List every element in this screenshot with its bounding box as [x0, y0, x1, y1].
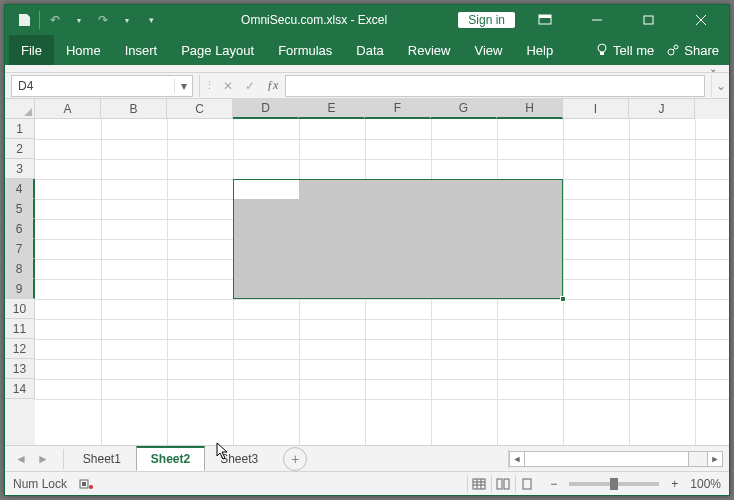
sheet-tab-sheet3[interactable]: Sheet3	[205, 447, 273, 471]
horizontal-scrollbar[interactable]: ◄ ►	[509, 451, 729, 467]
zoom-level[interactable]: 100%	[684, 477, 721, 491]
col-header-c[interactable]: C	[167, 99, 233, 119]
row-header-2[interactable]: 2	[5, 139, 35, 159]
col-header-b[interactable]: B	[101, 99, 167, 119]
tab-file[interactable]: File	[9, 35, 54, 65]
fx-icon[interactable]: ƒx	[261, 78, 285, 93]
row-header-3[interactable]: 3	[5, 159, 35, 179]
svg-rect-7	[600, 52, 604, 55]
ribbon-collapse-strip: ⌄	[5, 65, 729, 73]
zoom-control: − + 100%	[546, 477, 721, 491]
row-header-10[interactable]: 10	[5, 299, 35, 319]
view-normal-icon[interactable]	[467, 475, 489, 493]
row-header-11[interactable]: 11	[5, 319, 35, 339]
sheet-tab-bar: ◄ ► Sheet1 Sheet2 Sheet3 + ◄ ►	[5, 445, 729, 471]
sheet-tab-sheet2[interactable]: Sheet2	[136, 446, 205, 471]
row-headers: 1 2 3 4 5 6 7 8 9 10 11 12 13 14	[5, 119, 35, 445]
macro-record-icon[interactable]	[79, 478, 93, 490]
row-header-14[interactable]: 14	[5, 379, 35, 399]
col-header-a[interactable]: A	[35, 99, 101, 119]
svg-rect-3	[644, 16, 653, 24]
name-box-value[interactable]: D4	[12, 79, 174, 93]
close-button[interactable]	[679, 5, 723, 35]
save-icon[interactable]	[15, 11, 33, 29]
svg-point-6	[598, 44, 606, 52]
col-header-d[interactable]: D	[233, 99, 299, 119]
dots-icon: ⋮	[204, 79, 215, 92]
chevron-down-icon[interactable]: ▾	[70, 11, 88, 29]
col-header-g[interactable]: G	[431, 99, 497, 119]
sheet-nav-next-icon[interactable]: ►	[33, 452, 53, 466]
name-box[interactable]: D4 ▾	[11, 75, 193, 97]
row-header-6[interactable]: 6	[5, 219, 35, 239]
col-header-j[interactable]: J	[629, 99, 695, 119]
zoom-in-button[interactable]: +	[667, 477, 682, 491]
hscroll-left-icon[interactable]: ◄	[509, 451, 525, 467]
redo-icon[interactable]: ↷	[94, 11, 112, 29]
col-header-i[interactable]: I	[563, 99, 629, 119]
tab-help[interactable]: Help	[514, 35, 565, 65]
zoom-slider[interactable]	[569, 482, 659, 486]
spreadsheet-grid: A B C D E F G H I J 1 2 3 4 5 6 7 8 9 10	[5, 99, 729, 445]
view-page-break-icon[interactable]	[515, 475, 537, 493]
tab-insert[interactable]: Insert	[113, 35, 170, 65]
excel-window: ↶ ▾ ↷ ▾ ▾ OmniSecu.com.xlsx - Excel Sign…	[4, 4, 730, 496]
maximize-button[interactable]	[627, 5, 671, 35]
cells-area[interactable]	[35, 119, 729, 445]
sheet-nav-prev-icon[interactable]: ◄	[11, 452, 31, 466]
sheet-tab-nav: ◄ ►	[5, 452, 59, 466]
ribbon-display-options-icon[interactable]	[523, 5, 567, 35]
zoom-slider-thumb[interactable]	[610, 478, 618, 490]
cancel-formula-icon[interactable]: ✕	[217, 75, 239, 97]
view-page-layout-icon[interactable]	[491, 475, 513, 493]
hscroll-track[interactable]	[525, 451, 707, 467]
chevron-down-icon[interactable]: ▾	[118, 11, 136, 29]
hscroll-thumb[interactable]	[525, 452, 689, 466]
name-box-dropdown-icon[interactable]: ▾	[174, 79, 192, 93]
minimize-button[interactable]	[575, 5, 619, 35]
row-header-9[interactable]: 9	[5, 279, 35, 299]
selection-border	[233, 179, 563, 299]
row-header-1[interactable]: 1	[5, 119, 35, 139]
tab-page-layout[interactable]: Page Layout	[169, 35, 266, 65]
svg-rect-20	[504, 479, 509, 489]
ribbon-tabs: File Home Insert Page Layout Formulas Da…	[5, 35, 729, 65]
formula-input[interactable]	[285, 75, 705, 97]
select-all-corner[interactable]	[5, 99, 35, 119]
new-sheet-button[interactable]: +	[283, 447, 307, 471]
status-bar: Num Lock − + 100%	[5, 471, 729, 495]
tell-me-search[interactable]: Tell me	[589, 43, 660, 58]
col-header-e[interactable]: E	[299, 99, 365, 119]
tab-formulas[interactable]: Formulas	[266, 35, 344, 65]
status-mode: Num Lock	[13, 477, 79, 491]
row-header-12[interactable]: 12	[5, 339, 35, 359]
tab-view[interactable]: View	[462, 35, 514, 65]
row-header-7[interactable]: 7	[5, 239, 35, 259]
ribbon-expand-icon[interactable]: ⌄	[709, 63, 717, 74]
hscroll-right-icon[interactable]: ►	[707, 451, 723, 467]
title-bar: ↶ ▾ ↷ ▾ ▾ OmniSecu.com.xlsx - Excel Sign…	[5, 5, 729, 35]
sheet-tab-sheet1[interactable]: Sheet1	[68, 447, 136, 471]
svg-point-13	[89, 485, 93, 489]
sign-in-button[interactable]: Sign in	[458, 12, 515, 28]
svg-rect-21	[523, 479, 531, 489]
enter-formula-icon[interactable]: ✓	[239, 75, 261, 97]
expand-formula-bar-icon[interactable]: ⌄	[711, 75, 729, 97]
col-header-f[interactable]: F	[365, 99, 431, 119]
tab-data[interactable]: Data	[344, 35, 395, 65]
col-header-h[interactable]: H	[497, 99, 563, 119]
window-title: OmniSecu.com.xlsx - Excel	[170, 13, 458, 27]
fill-handle[interactable]	[560, 296, 566, 302]
svg-line-10	[673, 48, 675, 50]
customize-qat-icon[interactable]: ▾	[142, 11, 160, 29]
undo-icon[interactable]: ↶	[46, 11, 64, 29]
share-button[interactable]: Share	[660, 43, 725, 58]
row-header-13[interactable]: 13	[5, 359, 35, 379]
row-header-8[interactable]: 8	[5, 259, 35, 279]
zoom-out-button[interactable]: −	[546, 477, 561, 491]
svg-rect-12	[82, 482, 86, 486]
row-header-4[interactable]: 4	[5, 179, 35, 199]
tab-home[interactable]: Home	[54, 35, 113, 65]
row-header-5[interactable]: 5	[5, 199, 35, 219]
tab-review[interactable]: Review	[396, 35, 463, 65]
